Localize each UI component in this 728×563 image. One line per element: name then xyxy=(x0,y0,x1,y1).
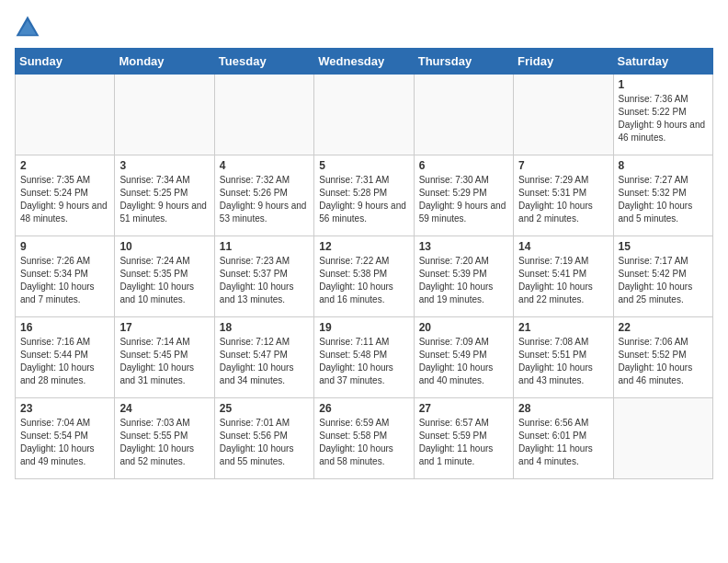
day-number: 16 xyxy=(20,321,109,334)
day-number: 7 xyxy=(518,159,608,172)
day-info: Sunrise: 7:27 AM Sunset: 5:32 PM Dayligh… xyxy=(619,174,708,225)
day-number: 18 xyxy=(220,321,309,334)
day-number: 10 xyxy=(119,240,209,253)
day-info: Sunrise: 7:01 AM Sunset: 5:56 PM Dayligh… xyxy=(220,417,309,468)
logo-icon xyxy=(15,15,40,40)
day-header-saturday: Saturday xyxy=(613,49,712,75)
day-info: Sunrise: 7:22 AM Sunset: 5:38 PM Dayligh… xyxy=(319,255,408,306)
day-number: 14 xyxy=(518,240,608,253)
calendar-cell xyxy=(16,75,115,155)
calendar-cell xyxy=(115,75,214,155)
calendar-cell: 10Sunrise: 7:24 AM Sunset: 5:35 PM Dayli… xyxy=(115,236,214,317)
day-info: Sunrise: 6:56 AM Sunset: 6:01 PM Dayligh… xyxy=(518,417,608,468)
calendar-cell: 14Sunrise: 7:19 AM Sunset: 5:41 PM Dayli… xyxy=(514,236,613,317)
calendar-table: SundayMondayTuesdayWednesdayThursdayFrid… xyxy=(15,48,713,479)
day-number: 3 xyxy=(119,159,209,172)
calendar-cell: 20Sunrise: 7:09 AM Sunset: 5:49 PM Dayli… xyxy=(414,317,513,398)
day-info: Sunrise: 7:24 AM Sunset: 5:35 PM Dayligh… xyxy=(119,255,209,306)
calendar-cell: 21Sunrise: 7:08 AM Sunset: 5:51 PM Dayli… xyxy=(514,317,613,398)
day-info: Sunrise: 6:57 AM Sunset: 5:59 PM Dayligh… xyxy=(419,417,508,468)
calendar-header-row: SundayMondayTuesdayWednesdayThursdayFrid… xyxy=(16,49,713,75)
calendar-cell: 17Sunrise: 7:14 AM Sunset: 5:45 PM Dayli… xyxy=(115,317,214,398)
calendar-cell: 23Sunrise: 7:04 AM Sunset: 5:54 PM Dayli… xyxy=(16,398,115,479)
calendar-cell: 25Sunrise: 7:01 AM Sunset: 5:56 PM Dayli… xyxy=(214,398,313,479)
day-header-tuesday: Tuesday xyxy=(214,49,313,75)
day-info: Sunrise: 7:08 AM Sunset: 5:51 PM Dayligh… xyxy=(518,336,608,387)
day-info: Sunrise: 7:11 AM Sunset: 5:48 PM Dayligh… xyxy=(319,336,408,387)
calendar-cell: 15Sunrise: 7:17 AM Sunset: 5:42 PM Dayli… xyxy=(613,236,712,317)
calendar-cell xyxy=(514,75,613,155)
day-info: Sunrise: 7:31 AM Sunset: 5:28 PM Dayligh… xyxy=(319,174,408,225)
calendar-week-1: 1Sunrise: 7:36 AM Sunset: 5:22 PM Daylig… xyxy=(16,75,713,155)
calendar-cell: 3Sunrise: 7:34 AM Sunset: 5:25 PM Daylig… xyxy=(115,155,214,236)
day-info: Sunrise: 7:12 AM Sunset: 5:47 PM Dayligh… xyxy=(220,336,309,387)
day-number: 25 xyxy=(220,402,309,415)
page-header xyxy=(15,15,713,40)
day-info: Sunrise: 7:36 AM Sunset: 5:22 PM Dayligh… xyxy=(619,93,708,144)
calendar-cell: 27Sunrise: 6:57 AM Sunset: 5:59 PM Dayli… xyxy=(414,398,513,479)
day-header-sunday: Sunday xyxy=(16,49,115,75)
calendar-cell xyxy=(414,75,513,155)
day-number: 8 xyxy=(619,159,708,172)
day-header-friday: Friday xyxy=(514,49,613,75)
calendar-week-3: 9Sunrise: 7:26 AM Sunset: 5:34 PM Daylig… xyxy=(16,236,713,317)
day-number: 4 xyxy=(220,159,309,172)
day-number: 15 xyxy=(619,240,708,253)
calendar-cell: 8Sunrise: 7:27 AM Sunset: 5:32 PM Daylig… xyxy=(613,155,712,236)
day-info: Sunrise: 7:23 AM Sunset: 5:37 PM Dayligh… xyxy=(220,255,309,306)
day-number: 1 xyxy=(619,78,708,91)
calendar-cell: 24Sunrise: 7:03 AM Sunset: 5:55 PM Dayli… xyxy=(115,398,214,479)
day-number: 19 xyxy=(319,321,408,334)
calendar-cell: 6Sunrise: 7:30 AM Sunset: 5:29 PM Daylig… xyxy=(414,155,513,236)
calendar-cell: 2Sunrise: 7:35 AM Sunset: 5:24 PM Daylig… xyxy=(16,155,115,236)
day-number: 26 xyxy=(319,402,408,415)
calendar-cell: 1Sunrise: 7:36 AM Sunset: 5:22 PM Daylig… xyxy=(613,75,712,155)
calendar-week-4: 16Sunrise: 7:16 AM Sunset: 5:44 PM Dayli… xyxy=(16,317,713,398)
calendar-cell: 26Sunrise: 6:59 AM Sunset: 5:58 PM Dayli… xyxy=(314,398,414,479)
calendar-cell: 16Sunrise: 7:16 AM Sunset: 5:44 PM Dayli… xyxy=(16,317,115,398)
day-info: Sunrise: 7:03 AM Sunset: 5:55 PM Dayligh… xyxy=(119,417,209,468)
day-info: Sunrise: 7:04 AM Sunset: 5:54 PM Dayligh… xyxy=(20,417,109,468)
calendar-cell: 18Sunrise: 7:12 AM Sunset: 5:47 PM Dayli… xyxy=(214,317,313,398)
day-number: 24 xyxy=(119,402,209,415)
calendar-cell: 11Sunrise: 7:23 AM Sunset: 5:37 PM Dayli… xyxy=(214,236,313,317)
day-number: 9 xyxy=(20,240,109,253)
day-info: Sunrise: 7:29 AM Sunset: 5:31 PM Dayligh… xyxy=(518,174,608,225)
calendar-cell: 12Sunrise: 7:22 AM Sunset: 5:38 PM Dayli… xyxy=(314,236,414,317)
day-info: Sunrise: 7:32 AM Sunset: 5:26 PM Dayligh… xyxy=(220,174,309,225)
day-number: 21 xyxy=(518,321,608,334)
day-info: Sunrise: 7:09 AM Sunset: 5:49 PM Dayligh… xyxy=(419,336,508,387)
calendar-cell: 9Sunrise: 7:26 AM Sunset: 5:34 PM Daylig… xyxy=(16,236,115,317)
day-header-wednesday: Wednesday xyxy=(314,49,414,75)
day-number: 22 xyxy=(619,321,708,334)
day-header-monday: Monday xyxy=(115,49,214,75)
day-number: 20 xyxy=(419,321,508,334)
calendar-cell xyxy=(613,398,712,479)
day-info: Sunrise: 7:16 AM Sunset: 5:44 PM Dayligh… xyxy=(20,336,109,387)
day-info: Sunrise: 7:06 AM Sunset: 5:52 PM Dayligh… xyxy=(619,336,708,387)
day-info: Sunrise: 7:35 AM Sunset: 5:24 PM Dayligh… xyxy=(20,174,109,225)
day-info: Sunrise: 7:14 AM Sunset: 5:45 PM Dayligh… xyxy=(119,336,209,387)
calendar-cell: 4Sunrise: 7:32 AM Sunset: 5:26 PM Daylig… xyxy=(214,155,313,236)
calendar-cell: 28Sunrise: 6:56 AM Sunset: 6:01 PM Dayli… xyxy=(514,398,613,479)
day-number: 12 xyxy=(319,240,408,253)
calendar-cell: 22Sunrise: 7:06 AM Sunset: 5:52 PM Dayli… xyxy=(613,317,712,398)
day-number: 23 xyxy=(20,402,109,415)
day-number: 2 xyxy=(20,159,109,172)
calendar-body: 1Sunrise: 7:36 AM Sunset: 5:22 PM Daylig… xyxy=(16,75,713,479)
day-number: 27 xyxy=(419,402,508,415)
calendar-cell: 5Sunrise: 7:31 AM Sunset: 5:28 PM Daylig… xyxy=(314,155,414,236)
calendar-cell: 13Sunrise: 7:20 AM Sunset: 5:39 PM Dayli… xyxy=(414,236,513,317)
day-number: 6 xyxy=(419,159,508,172)
day-info: Sunrise: 7:34 AM Sunset: 5:25 PM Dayligh… xyxy=(119,174,209,225)
day-info: Sunrise: 7:30 AM Sunset: 5:29 PM Dayligh… xyxy=(419,174,508,225)
day-info: Sunrise: 7:26 AM Sunset: 5:34 PM Dayligh… xyxy=(20,255,109,306)
day-number: 5 xyxy=(319,159,408,172)
day-number: 13 xyxy=(419,240,508,253)
day-info: Sunrise: 7:19 AM Sunset: 5:41 PM Dayligh… xyxy=(518,255,608,306)
logo xyxy=(15,15,44,40)
calendar-cell xyxy=(214,75,313,155)
day-info: Sunrise: 7:20 AM Sunset: 5:39 PM Dayligh… xyxy=(419,255,508,306)
calendar-week-5: 23Sunrise: 7:04 AM Sunset: 5:54 PM Dayli… xyxy=(16,398,713,479)
day-info: Sunrise: 7:17 AM Sunset: 5:42 PM Dayligh… xyxy=(619,255,708,306)
